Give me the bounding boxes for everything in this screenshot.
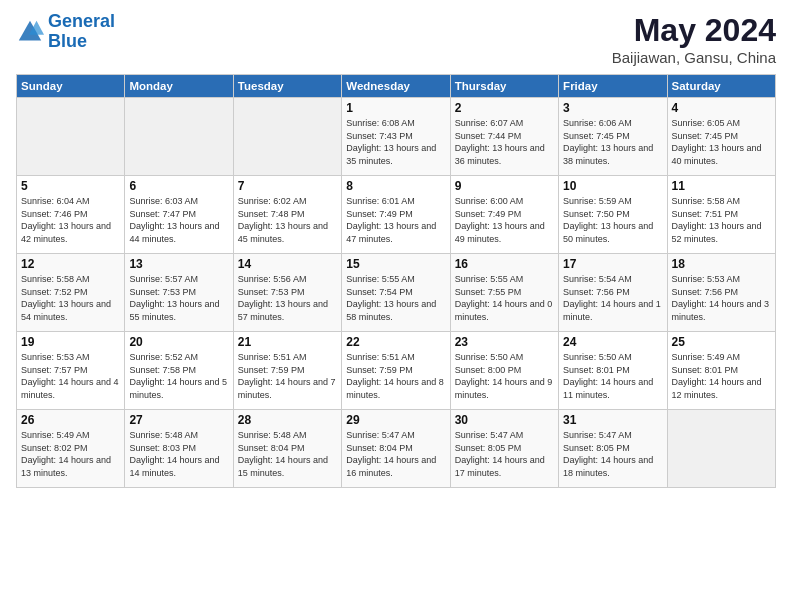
weekday-thursday: Thursday [450, 75, 558, 98]
cal-cell [17, 98, 125, 176]
cell-info: Sunrise: 5:47 AMSunset: 8:05 PMDaylight:… [563, 429, 662, 479]
cell-info: Sunrise: 5:49 AMSunset: 8:01 PMDaylight:… [672, 351, 771, 401]
logo-line2: Blue [48, 31, 87, 51]
cell-day-number: 5 [21, 179, 120, 193]
cell-info: Sunrise: 6:08 AMSunset: 7:43 PMDaylight:… [346, 117, 445, 167]
cal-cell: 20Sunrise: 5:52 AMSunset: 7:58 PMDayligh… [125, 332, 233, 410]
cell-info: Sunrise: 5:55 AMSunset: 7:55 PMDaylight:… [455, 273, 554, 323]
title-block: May 2024 Baijiawan, Gansu, China [612, 12, 776, 66]
cell-day-number: 15 [346, 257, 445, 271]
cell-day-number: 3 [563, 101, 662, 115]
cell-day-number: 24 [563, 335, 662, 349]
cell-day-number: 16 [455, 257, 554, 271]
cell-info: Sunrise: 5:51 AMSunset: 7:59 PMDaylight:… [346, 351, 445, 401]
cell-day-number: 9 [455, 179, 554, 193]
cell-info: Sunrise: 5:47 AMSunset: 8:04 PMDaylight:… [346, 429, 445, 479]
cal-cell: 10Sunrise: 5:59 AMSunset: 7:50 PMDayligh… [559, 176, 667, 254]
cal-cell: 16Sunrise: 5:55 AMSunset: 7:55 PMDayligh… [450, 254, 558, 332]
cell-info: Sunrise: 5:57 AMSunset: 7:53 PMDaylight:… [129, 273, 228, 323]
weekday-sunday: Sunday [17, 75, 125, 98]
cal-cell: 8Sunrise: 6:01 AMSunset: 7:49 PMDaylight… [342, 176, 450, 254]
cal-cell: 6Sunrise: 6:03 AMSunset: 7:47 PMDaylight… [125, 176, 233, 254]
cal-cell: 24Sunrise: 5:50 AMSunset: 8:01 PMDayligh… [559, 332, 667, 410]
cell-day-number: 30 [455, 413, 554, 427]
cell-day-number: 31 [563, 413, 662, 427]
cal-cell: 12Sunrise: 5:58 AMSunset: 7:52 PMDayligh… [17, 254, 125, 332]
logo-text: General Blue [48, 12, 115, 52]
cell-info: Sunrise: 6:03 AMSunset: 7:47 PMDaylight:… [129, 195, 228, 245]
cell-day-number: 14 [238, 257, 337, 271]
weekday-saturday: Saturday [667, 75, 775, 98]
week-row-5: 26Sunrise: 5:49 AMSunset: 8:02 PMDayligh… [17, 410, 776, 488]
cal-cell [125, 98, 233, 176]
cell-info: Sunrise: 5:48 AMSunset: 8:04 PMDaylight:… [238, 429, 337, 479]
calendar: SundayMondayTuesdayWednesdayThursdayFrid… [16, 74, 776, 488]
cell-day-number: 7 [238, 179, 337, 193]
cal-cell: 13Sunrise: 5:57 AMSunset: 7:53 PMDayligh… [125, 254, 233, 332]
cal-cell: 23Sunrise: 5:50 AMSunset: 8:00 PMDayligh… [450, 332, 558, 410]
cal-cell: 27Sunrise: 5:48 AMSunset: 8:03 PMDayligh… [125, 410, 233, 488]
week-row-4: 19Sunrise: 5:53 AMSunset: 7:57 PMDayligh… [17, 332, 776, 410]
cal-cell: 11Sunrise: 5:58 AMSunset: 7:51 PMDayligh… [667, 176, 775, 254]
cal-cell: 31Sunrise: 5:47 AMSunset: 8:05 PMDayligh… [559, 410, 667, 488]
cell-day-number: 10 [563, 179, 662, 193]
header: General Blue May 2024 Baijiawan, Gansu, … [16, 12, 776, 66]
cell-day-number: 13 [129, 257, 228, 271]
cal-cell: 22Sunrise: 5:51 AMSunset: 7:59 PMDayligh… [342, 332, 450, 410]
page: General Blue May 2024 Baijiawan, Gansu, … [0, 0, 792, 612]
cell-info: Sunrise: 5:54 AMSunset: 7:56 PMDaylight:… [563, 273, 662, 323]
week-row-1: 1Sunrise: 6:08 AMSunset: 7:43 PMDaylight… [17, 98, 776, 176]
cal-cell: 2Sunrise: 6:07 AMSunset: 7:44 PMDaylight… [450, 98, 558, 176]
cal-cell: 29Sunrise: 5:47 AMSunset: 8:04 PMDayligh… [342, 410, 450, 488]
cell-day-number: 8 [346, 179, 445, 193]
weekday-header-row: SundayMondayTuesdayWednesdayThursdayFrid… [17, 75, 776, 98]
cal-cell: 19Sunrise: 5:53 AMSunset: 7:57 PMDayligh… [17, 332, 125, 410]
cell-info: Sunrise: 5:49 AMSunset: 8:02 PMDaylight:… [21, 429, 120, 479]
cell-info: Sunrise: 6:05 AMSunset: 7:45 PMDaylight:… [672, 117, 771, 167]
cell-info: Sunrise: 5:48 AMSunset: 8:03 PMDaylight:… [129, 429, 228, 479]
cell-day-number: 17 [563, 257, 662, 271]
cell-day-number: 25 [672, 335, 771, 349]
cell-info: Sunrise: 5:52 AMSunset: 7:58 PMDaylight:… [129, 351, 228, 401]
cal-cell: 4Sunrise: 6:05 AMSunset: 7:45 PMDaylight… [667, 98, 775, 176]
cell-info: Sunrise: 5:53 AMSunset: 7:56 PMDaylight:… [672, 273, 771, 323]
cell-day-number: 28 [238, 413, 337, 427]
cell-day-number: 21 [238, 335, 337, 349]
cell-info: Sunrise: 5:47 AMSunset: 8:05 PMDaylight:… [455, 429, 554, 479]
cal-cell: 14Sunrise: 5:56 AMSunset: 7:53 PMDayligh… [233, 254, 341, 332]
cell-day-number: 29 [346, 413, 445, 427]
cal-cell: 15Sunrise: 5:55 AMSunset: 7:54 PMDayligh… [342, 254, 450, 332]
cell-info: Sunrise: 6:00 AMSunset: 7:49 PMDaylight:… [455, 195, 554, 245]
cell-day-number: 20 [129, 335, 228, 349]
cal-cell: 30Sunrise: 5:47 AMSunset: 8:05 PMDayligh… [450, 410, 558, 488]
cal-cell: 17Sunrise: 5:54 AMSunset: 7:56 PMDayligh… [559, 254, 667, 332]
week-row-2: 5Sunrise: 6:04 AMSunset: 7:46 PMDaylight… [17, 176, 776, 254]
cell-info: Sunrise: 6:07 AMSunset: 7:44 PMDaylight:… [455, 117, 554, 167]
logo: General Blue [16, 12, 115, 52]
cal-cell [667, 410, 775, 488]
weekday-tuesday: Tuesday [233, 75, 341, 98]
cal-cell: 7Sunrise: 6:02 AMSunset: 7:48 PMDaylight… [233, 176, 341, 254]
cell-info: Sunrise: 5:56 AMSunset: 7:53 PMDaylight:… [238, 273, 337, 323]
cell-day-number: 2 [455, 101, 554, 115]
cal-cell: 5Sunrise: 6:04 AMSunset: 7:46 PMDaylight… [17, 176, 125, 254]
cell-day-number: 18 [672, 257, 771, 271]
cell-day-number: 11 [672, 179, 771, 193]
cell-day-number: 26 [21, 413, 120, 427]
cell-info: Sunrise: 5:50 AMSunset: 8:01 PMDaylight:… [563, 351, 662, 401]
cell-info: Sunrise: 5:50 AMSunset: 8:00 PMDaylight:… [455, 351, 554, 401]
cal-cell: 26Sunrise: 5:49 AMSunset: 8:02 PMDayligh… [17, 410, 125, 488]
weekday-monday: Monday [125, 75, 233, 98]
cell-day-number: 12 [21, 257, 120, 271]
cal-cell: 25Sunrise: 5:49 AMSunset: 8:01 PMDayligh… [667, 332, 775, 410]
cell-info: Sunrise: 5:55 AMSunset: 7:54 PMDaylight:… [346, 273, 445, 323]
cell-day-number: 22 [346, 335, 445, 349]
cal-cell: 3Sunrise: 6:06 AMSunset: 7:45 PMDaylight… [559, 98, 667, 176]
cal-cell: 1Sunrise: 6:08 AMSunset: 7:43 PMDaylight… [342, 98, 450, 176]
cal-cell: 28Sunrise: 5:48 AMSunset: 8:04 PMDayligh… [233, 410, 341, 488]
cell-day-number: 1 [346, 101, 445, 115]
cell-day-number: 27 [129, 413, 228, 427]
weekday-friday: Friday [559, 75, 667, 98]
cell-info: Sunrise: 6:02 AMSunset: 7:48 PMDaylight:… [238, 195, 337, 245]
cell-info: Sunrise: 5:58 AMSunset: 7:51 PMDaylight:… [672, 195, 771, 245]
